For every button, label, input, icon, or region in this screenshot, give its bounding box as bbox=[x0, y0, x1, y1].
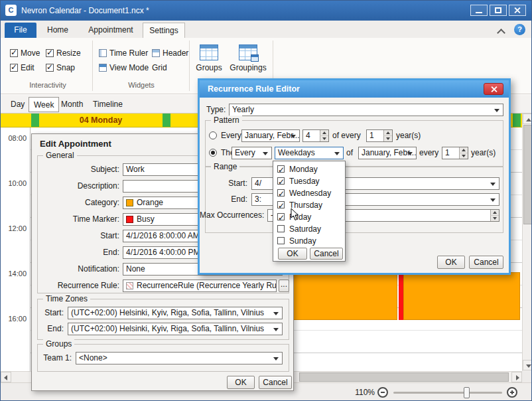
app-icon: C bbox=[5, 5, 17, 16]
vertical-scroll-thumb[interactable] bbox=[523, 125, 532, 224]
recurrence-more-button[interactable]: ... bbox=[279, 280, 289, 292]
weekday-item-wednesday[interactable]: Wednesday bbox=[273, 187, 345, 199]
spin-up-icon[interactable] bbox=[490, 210, 499, 216]
horizontal-scroll-thumb[interactable] bbox=[299, 372, 509, 382]
group-separator bbox=[92, 40, 93, 91]
tz-end-combo[interactable]: (UTC+02:00) Helsinki, Kyiv, Riga, Sofia,… bbox=[68, 323, 283, 335]
close-button[interactable] bbox=[509, 5, 526, 16]
type-combo[interactable]: Yearly bbox=[229, 104, 503, 116]
team1-combo[interactable]: <None> bbox=[76, 352, 283, 364]
dropdown-cancel-button[interactable]: Cancel bbox=[310, 248, 343, 260]
scroll-left-button[interactable] bbox=[1, 372, 11, 382]
spin-up-icon[interactable] bbox=[383, 130, 392, 136]
checkbox-edit[interactable]: Edit bbox=[10, 63, 34, 72]
vertical-scrollbar[interactable] bbox=[522, 114, 532, 371]
weekday-item-tuesday[interactable]: Tuesday bbox=[273, 175, 345, 187]
weekday-label: Saturday bbox=[289, 223, 321, 235]
checkbox-icon[interactable] bbox=[277, 201, 285, 208]
weekday-item-monday[interactable]: Monday bbox=[273, 163, 345, 175]
pattern-row2-radio[interactable] bbox=[209, 149, 217, 157]
range-end-label: End: bbox=[220, 193, 247, 206]
zoom-in-button[interactable] bbox=[507, 387, 517, 398]
checkbox-icon[interactable] bbox=[277, 189, 285, 197]
view-mode-icon bbox=[99, 64, 107, 72]
dialog-title: Edit Appointment bbox=[40, 139, 111, 149]
tab-week[interactable]: Week bbox=[29, 97, 59, 112]
tab-timeline[interactable]: Timeline bbox=[88, 97, 127, 112]
tab-settings[interactable]: Settings bbox=[143, 23, 185, 38]
tab-home[interactable]: Home bbox=[39, 23, 76, 38]
widget-time-ruler[interactable]: Time Ruler bbox=[99, 48, 148, 58]
spin-down-icon[interactable] bbox=[490, 216, 499, 222]
checkbox-icon[interactable] bbox=[277, 177, 285, 185]
spin-down-icon[interactable] bbox=[459, 153, 468, 159]
row1-interval-spinner[interactable]: 1 bbox=[366, 129, 393, 142]
row1-every-label: Every bbox=[221, 129, 241, 142]
checkbox-label: Resize bbox=[56, 48, 81, 58]
checkbox-resize[interactable]: Resize bbox=[46, 48, 81, 58]
dialog-title-bar[interactable]: Recurrence Rule Editor bbox=[200, 80, 509, 98]
scroll-right-button[interactable] bbox=[511, 372, 522, 382]
checkbox-move[interactable]: Move bbox=[10, 48, 40, 58]
weekday-item-sunday[interactable]: Sunday bbox=[273, 235, 345, 247]
recurrence-rule-field[interactable]: RecurrenceRule (Recurrence Yearly Rule) bbox=[123, 280, 277, 292]
edit-cancel-button[interactable]: Cancel bbox=[259, 376, 292, 389]
checkbox-icon[interactable] bbox=[277, 225, 285, 232]
appointment-block[interactable] bbox=[403, 272, 520, 320]
recurrence-ok-button[interactable]: OK bbox=[437, 256, 465, 269]
dropdown-ok-button[interactable]: OK bbox=[278, 248, 307, 260]
zoom-out-button[interactable] bbox=[377, 387, 388, 398]
widget-view-mode[interactable]: View Mode bbox=[99, 63, 149, 72]
weekday-item-friday[interactable]: Friday bbox=[273, 211, 345, 223]
collapse-ribbon-icon[interactable] bbox=[498, 29, 505, 33]
pattern-row1-radio[interactable] bbox=[209, 131, 217, 139]
group-label-widgets: Widgets bbox=[94, 81, 189, 90]
group-separator bbox=[189, 40, 190, 91]
minimize-button[interactable] bbox=[470, 5, 488, 16]
tab-month[interactable]: Month bbox=[56, 97, 88, 112]
row1-years-label: year(s) bbox=[396, 129, 421, 142]
time-label: 12:00 bbox=[1, 224, 27, 232]
row2-ordinal-combo[interactable]: Every bbox=[232, 147, 272, 159]
scroll-up-button[interactable] bbox=[523, 114, 532, 124]
spin-up-icon[interactable] bbox=[459, 147, 468, 153]
zoom-slider-track[interactable] bbox=[393, 392, 502, 394]
checkbox-icon[interactable] bbox=[277, 237, 285, 244]
recurrence-cancel-button[interactable]: Cancel bbox=[469, 256, 503, 269]
row1-count-spinner[interactable]: 4 bbox=[302, 129, 329, 142]
scroll-down-button[interactable] bbox=[523, 360, 532, 370]
checkbox-icon[interactable] bbox=[277, 165, 285, 173]
range-start-value: 4/ bbox=[255, 179, 261, 188]
help-button[interactable] bbox=[514, 24, 525, 35]
row2-days-combo[interactable]: Weekdays bbox=[275, 147, 344, 159]
weekday-item-thursday[interactable]: Thursday bbox=[273, 199, 345, 211]
spin-up-icon[interactable] bbox=[320, 130, 328, 136]
tz-start-combo[interactable]: (UTC+02:00) Helsinki, Kyiv, Riga, Sofia,… bbox=[68, 307, 283, 319]
weekday-item-saturday[interactable]: Saturday bbox=[273, 223, 345, 235]
zoom-slider-thumb[interactable] bbox=[464, 387, 470, 398]
day-header-label: 04 Monday bbox=[39, 114, 163, 127]
weekday-label: Tuesday bbox=[289, 175, 320, 187]
row2-month-combo[interactable]: January, Febr... bbox=[358, 147, 417, 159]
row2-interval-spinner[interactable]: 1 bbox=[442, 147, 468, 159]
title-bar[interactable]: C Nevron Calendar - Document1.ncx * bbox=[1, 1, 531, 21]
tab-file[interactable]: File bbox=[5, 23, 36, 38]
row1-month-combo[interactable]: January, Febr... bbox=[241, 129, 300, 142]
checkbox-icon[interactable] bbox=[277, 213, 285, 220]
widget-header[interactable]: Header bbox=[152, 48, 188, 58]
maximize-button[interactable] bbox=[490, 5, 507, 16]
spin-down-icon[interactable] bbox=[383, 136, 392, 142]
category-label: Category: bbox=[34, 197, 119, 209]
time-marker-color-swatch bbox=[126, 216, 133, 223]
tab-appointment[interactable]: Appointment bbox=[80, 23, 141, 38]
recurrence-rule-label: Recurrence Rule: bbox=[34, 280, 119, 292]
tab-day[interactable]: Day bbox=[6, 97, 29, 112]
edit-ok-button[interactable]: OK bbox=[227, 376, 255, 389]
checkbox-snap[interactable]: Snap bbox=[46, 63, 75, 72]
groupbox-legend: Time Zones bbox=[43, 294, 90, 303]
checkbox-icon bbox=[10, 64, 18, 72]
widget-grid[interactable]: Grid bbox=[152, 63, 167, 72]
spin-down-icon[interactable] bbox=[320, 136, 328, 142]
appointment-block[interactable] bbox=[291, 272, 397, 320]
dialog-close-button[interactable] bbox=[484, 83, 503, 95]
